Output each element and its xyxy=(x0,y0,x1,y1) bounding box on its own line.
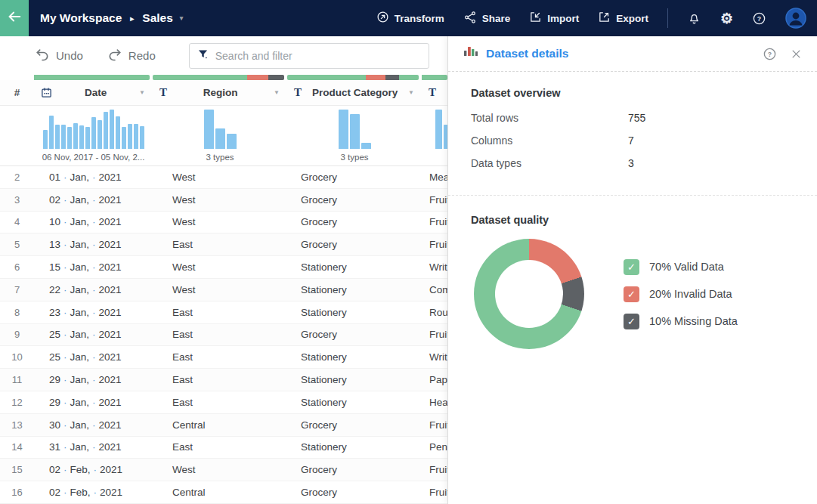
table-row[interactable]: 1602·Feb,·2021CentralGroceryFruit xyxy=(0,481,447,504)
clipped-cell[interactable]: Mea xyxy=(422,172,447,183)
category-cell[interactable]: Stationery xyxy=(287,351,422,363)
breadcrumb-dropdown-icon[interactable]: ▾ xyxy=(180,14,184,22)
date-cell[interactable]: 25·Jan,·2021 xyxy=(34,329,153,340)
category-cell[interactable]: Stationery xyxy=(287,284,422,295)
table-row[interactable]: 201·Jan,·2021WestGroceryMea xyxy=(0,166,447,189)
legend-item[interactable]: ✓20% Invalid Data xyxy=(624,286,738,302)
clipped-cell[interactable]: Fruit xyxy=(422,329,447,340)
region-cell[interactable]: West xyxy=(153,216,287,227)
row-number-cell[interactable]: 5 xyxy=(0,239,34,250)
date-cell[interactable]: 02·Feb,·2021 xyxy=(34,487,153,498)
category-cell[interactable]: Stationery xyxy=(287,307,422,318)
sort-caret-icon[interactable]: ▼ xyxy=(274,89,280,96)
legend-item[interactable]: ✓10% Missing Data xyxy=(624,314,738,329)
row-number-cell[interactable]: 6 xyxy=(0,261,34,273)
category-cell[interactable]: Grocery xyxy=(287,487,422,498)
category-cell[interactable]: Grocery xyxy=(287,464,422,475)
panel-close-icon[interactable] xyxy=(791,48,802,60)
breadcrumb-workspace[interactable]: My Workspace xyxy=(40,11,122,25)
table-row[interactable]: 513·Jan,·2021EastGroceryFruit xyxy=(0,233,447,256)
clipped-cell[interactable]: Fruit xyxy=(422,239,447,250)
row-number-cell[interactable]: 9 xyxy=(0,329,34,340)
category-column-histogram[interactable]: 3 types xyxy=(287,106,422,165)
row-number-cell[interactable]: 10 xyxy=(0,351,34,363)
region-cell[interactable]: West xyxy=(153,284,287,295)
region-column-histogram[interactable]: 3 types xyxy=(153,106,287,165)
clipped-cell[interactable]: Pape xyxy=(422,374,447,385)
category-cell[interactable]: Grocery xyxy=(287,194,422,206)
row-number-cell[interactable]: 7 xyxy=(0,284,34,295)
clipped-cell[interactable]: Fruit xyxy=(422,464,447,475)
panel-help-icon[interactable]: ? xyxy=(763,47,777,61)
column-header-region[interactable]: T Region ▼ xyxy=(153,80,287,105)
row-number-cell[interactable]: 8 xyxy=(0,307,34,318)
region-cell[interactable]: East xyxy=(153,441,287,453)
clipped-cell[interactable]: Com xyxy=(422,284,447,295)
table-row[interactable]: 925·Jan,·2021EastGroceryFruit xyxy=(0,324,447,347)
date-cell[interactable]: 30·Jan,·2021 xyxy=(34,419,153,431)
category-cell[interactable]: Grocery xyxy=(287,239,422,250)
clipped-cell[interactable]: Penc xyxy=(422,441,447,453)
legend-checkbox-icon[interactable]: ✓ xyxy=(624,286,639,302)
date-cell[interactable]: 25·Jan,·2021 xyxy=(34,351,153,363)
region-cell[interactable]: East xyxy=(153,397,287,408)
import-button[interactable]: Import xyxy=(529,11,579,26)
user-avatar[interactable] xyxy=(785,8,806,29)
quality-strip-date[interactable] xyxy=(34,75,153,80)
region-cell[interactable]: East xyxy=(153,239,287,250)
column-header-clipped[interactable]: T xyxy=(422,80,447,105)
legend-checkbox-icon[interactable]: ✓ xyxy=(624,314,639,329)
transform-button[interactable]: Transform xyxy=(376,11,444,26)
date-cell[interactable]: 13·Jan,·2021 xyxy=(34,239,153,250)
date-cell[interactable]: 02·Feb,·2021 xyxy=(34,464,153,475)
column-header-date[interactable]: Date ▼ xyxy=(34,80,153,105)
region-cell[interactable]: West xyxy=(153,194,287,206)
date-cell[interactable]: 29·Jan,·2021 xyxy=(34,374,153,385)
table-row[interactable]: 1330·Jan,·2021CentralGroceryFruit xyxy=(0,414,447,437)
sort-caret-icon[interactable]: ▼ xyxy=(139,89,145,96)
date-cell[interactable]: 23·Jan,·2021 xyxy=(34,307,153,318)
category-cell[interactable]: Stationery xyxy=(287,374,422,385)
category-cell[interactable]: Grocery xyxy=(287,216,422,227)
quality-strip-col4[interactable] xyxy=(422,75,447,80)
date-cell[interactable]: 15·Jan,·2021 xyxy=(34,261,153,273)
table-row[interactable]: 1129·Jan,·2021EastStationeryPape xyxy=(0,369,447,391)
clipped-column-histogram[interactable] xyxy=(422,106,447,165)
table-row[interactable]: 722·Jan,·2021WestStationeryCom xyxy=(0,279,447,301)
breadcrumb-current[interactable]: Sales xyxy=(142,11,173,25)
row-number-cell[interactable]: 13 xyxy=(0,419,34,431)
legend-item[interactable]: ✓70% Valid Data xyxy=(624,259,738,275)
back-button[interactable] xyxy=(0,0,29,36)
region-cell[interactable]: Central xyxy=(153,419,287,431)
undo-button[interactable]: Undo xyxy=(35,47,83,64)
date-cell[interactable]: 22·Jan,·2021 xyxy=(34,284,153,295)
date-cell[interactable]: 31·Jan,·2021 xyxy=(34,441,153,453)
region-cell[interactable]: East xyxy=(153,329,287,340)
category-cell[interactable]: Stationery xyxy=(287,397,422,408)
region-cell[interactable]: West xyxy=(153,464,287,475)
row-number-cell[interactable]: 3 xyxy=(0,194,34,206)
clipped-cell[interactable]: Writ xyxy=(422,351,447,363)
settings-gear-icon[interactable]: ⚙ xyxy=(720,11,733,26)
table-row[interactable]: 1502·Feb,·2021WestGroceryFruit xyxy=(0,459,447,481)
table-row[interactable]: 410·Jan,·2021WestGroceryFruit xyxy=(0,212,447,234)
row-number-cell[interactable]: 4 xyxy=(0,216,34,227)
row-number-cell[interactable]: 14 xyxy=(0,441,34,453)
region-cell[interactable]: West xyxy=(153,261,287,273)
date-cell[interactable]: 29·Jan,·2021 xyxy=(34,397,153,408)
quality-strip-region[interactable] xyxy=(153,75,287,80)
category-cell[interactable]: Stationery xyxy=(287,441,422,453)
date-cell[interactable]: 10·Jan,·2021 xyxy=(34,216,153,227)
table-row[interactable]: 1025·Jan,·2021EastStationeryWrit xyxy=(0,346,447,369)
help-icon[interactable]: ? xyxy=(752,11,766,26)
export-button[interactable]: Export xyxy=(598,11,648,26)
table-row[interactable]: 823·Jan,·2021EastStationeryRoun xyxy=(0,301,447,324)
date-cell[interactable]: 02·Jan,·2021 xyxy=(34,194,153,206)
row-number-cell[interactable]: 15 xyxy=(0,464,34,475)
clipped-cell[interactable]: Fruit xyxy=(422,487,447,498)
row-number-cell[interactable]: 16 xyxy=(0,487,34,498)
search-input[interactable]: Search and filter xyxy=(189,43,429,69)
table-row[interactable]: 302·Jan,·2021WestGroceryFruit xyxy=(0,189,447,212)
row-number-cell[interactable]: 2 xyxy=(0,172,34,183)
clipped-cell[interactable]: Fruit xyxy=(422,216,447,227)
